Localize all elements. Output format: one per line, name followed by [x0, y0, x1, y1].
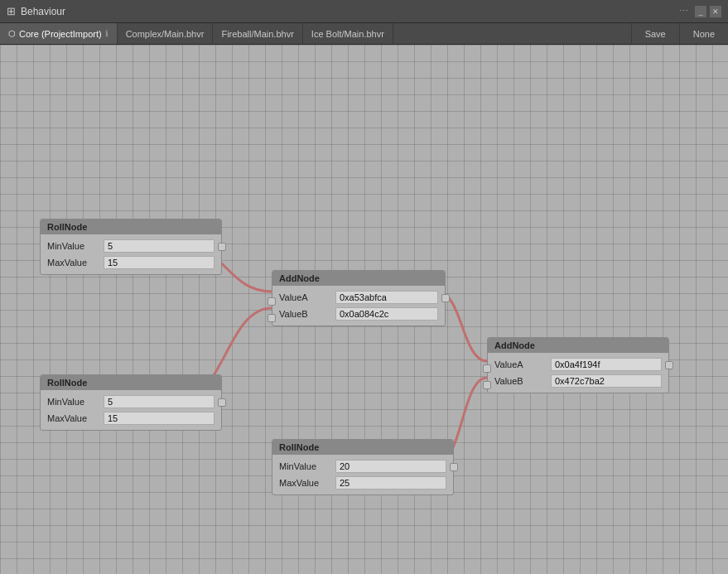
roll-node-3-label-1: MaxValue	[279, 478, 329, 488]
tab-icebolt[interactable]: Ice Bolt/Main.bhvr	[303, 23, 393, 44]
tab-complex[interactable]: Complex/Main.bhvr	[118, 23, 214, 44]
roll-node-2-output-port[interactable]	[218, 398, 226, 407]
add-node-1-input-b-port[interactable]	[268, 314, 276, 322]
tab-fireball[interactable]: Fireball/Main.bhvr	[213, 23, 302, 44]
close-button[interactable]: ✕	[710, 6, 721, 17]
tab-core-info-icon: ℹ	[105, 29, 108, 38]
roll-node-1-label-1: MaxValue	[47, 258, 97, 268]
tab-core-label: Core (ProjectImport)	[19, 29, 102, 39]
add-node-2-input-b-port[interactable]	[483, 381, 491, 389]
tab-icebolt-label: Ice Bolt/Main.bhvr	[311, 29, 384, 39]
roll-node-3[interactable]: RollNode MinValue 20 MaxValue 25	[272, 439, 454, 495]
roll-node-1-body: MinValue 5 MaxValue 15	[41, 234, 221, 274]
add-node-1-row-1: ValueB 0x0a084c2c	[272, 306, 445, 322]
add-node-2-label-1: ValueB	[494, 376, 544, 386]
add-node-1[interactable]: AddNode ValueA 0xa53abfca ValueB 0x0a084…	[272, 270, 446, 326]
roll-node-3-value-0[interactable]: 20	[335, 460, 446, 473]
add-node-1-label-0: ValueA	[279, 292, 329, 302]
none-action[interactable]: None	[679, 23, 728, 44]
add-node-1-label-1: ValueB	[279, 309, 329, 319]
add-node-1-body: ValueA 0xa53abfca ValueB 0x0a084c2c	[272, 286, 445, 326]
roll-node-1-value-1[interactable]: 15	[104, 256, 215, 269]
title-bar: ⊞ Behaviour ⋯ _ ✕	[0, 0, 728, 23]
add-node-2-row-0: ValueA 0x0a4f194f	[488, 356, 668, 373]
add-node-2[interactable]: AddNode ValueA 0x0a4f194f ValueB 0x472c7…	[487, 337, 669, 393]
save-label: Save	[645, 29, 666, 39]
core-tab-icon: ⬡	[8, 29, 16, 38]
roll-node-2-body: MinValue 5 MaxValue 15	[41, 390, 221, 430]
roll-node-2-label-1: MaxValue	[47, 413, 97, 423]
title-bar-title: Behaviour	[21, 6, 65, 17]
add-node-1-value-0[interactable]: 0xa53abfca	[335, 291, 438, 304]
none-label: None	[693, 29, 715, 39]
tab-bar: ⬡ Core (ProjectImport) ℹ Complex/Main.bh…	[0, 23, 728, 45]
behaviour-icon: ⊞	[7, 5, 16, 17]
minimize-button[interactable]: _	[695, 6, 706, 17]
save-action[interactable]: Save	[631, 23, 679, 44]
roll-node-3-row-1: MaxValue 25	[272, 475, 453, 491]
add-node-2-input-a-port[interactable]	[483, 364, 491, 373]
roll-node-2-row-1: MaxValue 15	[41, 410, 221, 427]
roll-node-3-title: RollNode	[272, 440, 453, 455]
roll-node-2[interactable]: RollNode MinValue 5 MaxValue 15	[40, 374, 222, 431]
roll-node-3-row-0: MinValue 20	[272, 458, 453, 475]
add-node-2-title: AddNode	[488, 338, 668, 353]
roll-node-2-label-0: MinValue	[47, 397, 97, 407]
roll-node-2-value-0[interactable]: 5	[104, 395, 215, 408]
add-node-2-value-0[interactable]: 0x0a4f194f	[551, 358, 662, 371]
add-node-1-value-1[interactable]: 0x0a084c2c	[335, 307, 438, 321]
roll-node-1[interactable]: RollNode MinValue 5 MaxValue 15	[40, 219, 222, 275]
roll-node-1-row-1: MaxValue 15	[41, 254, 221, 271]
roll-node-1-label-0: MinValue	[47, 241, 97, 251]
roll-node-2-title: RollNode	[41, 375, 221, 390]
add-node-1-output-port[interactable]	[441, 294, 450, 302]
roll-node-1-row-0: MinValue 5	[41, 238, 221, 254]
tab-complex-label: Complex/Main.bhvr	[126, 29, 205, 39]
tab-core[interactable]: ⬡ Core (ProjectImport) ℹ	[0, 23, 118, 44]
add-node-2-output-port[interactable]	[665, 361, 673, 369]
roll-node-1-title: RollNode	[41, 219, 221, 234]
roll-node-3-label-0: MinValue	[279, 461, 329, 471]
add-node-1-input-a-port[interactable]	[268, 297, 276, 306]
roll-node-3-output-port[interactable]	[450, 463, 458, 471]
roll-node-1-output-port[interactable]	[218, 243, 226, 251]
add-node-1-title: AddNode	[272, 271, 445, 286]
add-node-2-value-1[interactable]: 0x472c7ba2	[551, 374, 662, 388]
roll-node-3-value-1[interactable]: 25	[335, 476, 446, 490]
add-node-2-label-0: ValueA	[494, 359, 544, 369]
behaviour-canvas[interactable]: RollNode MinValue 5 MaxValue 15 RollNode…	[0, 45, 728, 574]
window-controls: ⋯ _ ✕	[679, 6, 721, 17]
roll-node-2-value-1[interactable]: 15	[104, 412, 215, 425]
add-node-1-row-0: ValueA 0xa53abfca	[272, 289, 445, 306]
roll-node-1-value-0[interactable]: 5	[104, 239, 215, 253]
tab-fireball-label: Fireball/Main.bhvr	[221, 29, 293, 39]
add-node-2-row-1: ValueB 0x472c7ba2	[488, 373, 668, 389]
add-node-2-body: ValueA 0x0a4f194f ValueB 0x472c7ba2	[488, 353, 668, 393]
roll-node-2-row-0: MinValue 5	[41, 393, 221, 410]
dots-icon: ⋯	[679, 6, 688, 17]
roll-node-3-body: MinValue 20 MaxValue 25	[272, 455, 453, 494]
